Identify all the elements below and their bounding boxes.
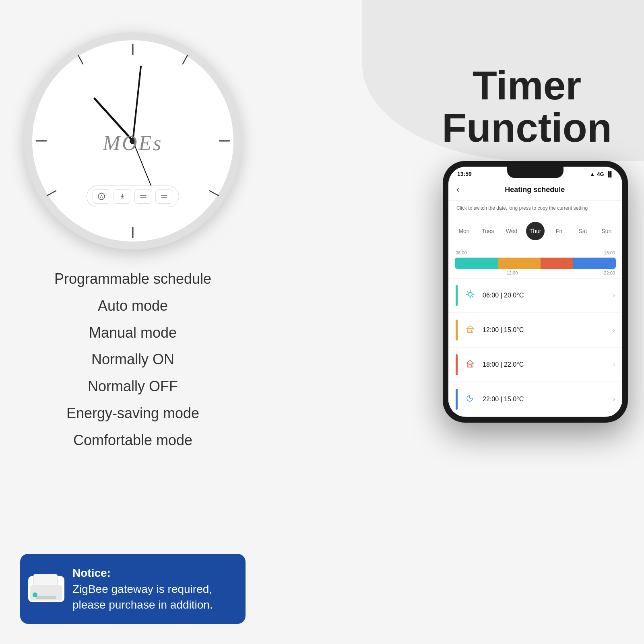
svg-rect-25 — [467, 328, 473, 332]
battery-icon: ▐▌ — [606, 171, 613, 177]
day-button-sun[interactable]: Sun — [597, 222, 616, 240]
time-label-start: 06:00 — [456, 250, 467, 255]
entry-color-bar — [456, 389, 458, 410]
entry-chevron-icon: › — [613, 292, 615, 299]
gateway-image — [28, 576, 64, 602]
day-button-thur[interactable]: Thur — [526, 222, 545, 240]
svg-line-23 — [467, 291, 468, 292]
entry-icon — [464, 394, 476, 405]
clock-mode-buttons: A — [87, 186, 179, 207]
status-time: 13:59 — [457, 171, 472, 177]
phone-notch — [507, 167, 564, 178]
status-bar-right: ▲ 4G ▐▌ — [590, 171, 613, 177]
svg-line-7 — [78, 55, 83, 64]
mode-btn-off[interactable] — [155, 189, 173, 204]
schedule-entries: 06:00 | 20.0°C›12:00 | 15.0°C›18:00 | 22… — [448, 279, 622, 416]
notice-title: Notice: — [72, 567, 111, 579]
entry-chevron-icon: › — [613, 361, 615, 368]
entry-chevron-icon: › — [613, 326, 615, 334]
entry-time-temp: 22:00 | 15.0°C — [483, 396, 607, 403]
notice-text: Notice: ZigBee gateway is required, plea… — [72, 565, 234, 613]
phone-screen: 13:59 ▲ 4G ▐▌ ‹ Heating schedule Click t… — [448, 167, 622, 417]
entry-icon — [464, 324, 476, 336]
svg-rect-26 — [469, 330, 471, 332]
schedule-entry[interactable]: 12:00 | 15.0°C› — [448, 313, 622, 347]
svg-point-18 — [468, 292, 472, 296]
timer-title-text: Timer Function — [442, 64, 612, 149]
time-labels-bottom: 12:00 22:00 — [455, 270, 616, 275]
svg-rect-28 — [469, 365, 471, 367]
mode-btn-auto[interactable]: A — [93, 189, 110, 204]
feature-item: Normally ON — [32, 346, 233, 373]
feature-list: Programmable scheduleAuto modeManual mod… — [32, 266, 233, 454]
phone-mockup: 13:59 ▲ 4G ▐▌ ‹ Heating schedule Click t… — [443, 161, 628, 423]
feature-item: Manual mode — [32, 320, 233, 347]
network-label: 4G — [597, 171, 604, 177]
entry-time-temp: 18:00 | 22.0°C — [483, 361, 607, 368]
app-header: ‹ Heating schedule — [448, 179, 622, 201]
bar-segment-orange — [498, 258, 541, 269]
notice-body: ZigBee gateway is required, please purch… — [72, 583, 213, 611]
phone-frame: 13:59 ▲ 4G ▐▌ ‹ Heating schedule Click t… — [443, 161, 628, 423]
app-title: Heating schedule — [465, 186, 605, 194]
feature-item: Energy-saving mode — [32, 400, 233, 427]
svg-line-24 — [472, 296, 473, 297]
day-selector: MonTuesWedThurFriSatSun — [448, 216, 622, 246]
mode-btn-manual[interactable] — [114, 189, 131, 204]
mode-btn-on[interactable] — [134, 189, 152, 204]
day-button-wed[interactable]: Wed — [502, 222, 521, 240]
time-label-end: 18:00 — [604, 250, 615, 255]
entry-icon — [464, 290, 476, 301]
svg-line-4 — [183, 55, 188, 64]
svg-line-5 — [210, 191, 219, 196]
feature-item: Comfortable mode — [32, 427, 233, 454]
day-button-sat[interactable]: Sat — [574, 222, 592, 240]
day-button-mon[interactable]: Mon — [455, 222, 473, 240]
schedule-bar-container: 06:00 18:00 12:00 22:00 — [448, 246, 622, 278]
svg-line-6 — [47, 191, 56, 196]
entry-time-temp: 06:00 | 20.0°C — [483, 292, 607, 299]
entry-chevron-icon: › — [613, 396, 615, 403]
svg-line-9 — [133, 66, 141, 141]
app-subtitle: Click to switch the date, long press to … — [448, 201, 622, 216]
entry-color-bar — [456, 354, 458, 375]
schedule-bar — [455, 258, 616, 269]
feature-item: Normally OFF — [32, 373, 233, 400]
schedule-entry[interactable]: 22:00 | 15.0°C› — [448, 382, 622, 416]
time-labels-top: 06:00 18:00 — [455, 250, 616, 255]
signal-icon: ▲ — [590, 171, 595, 177]
entry-time-temp: 12:00 | 15.0°C — [483, 326, 607, 334]
time-label-evening: 22:00 — [604, 270, 615, 275]
bar-segment-coral — [541, 258, 573, 269]
bar-segment-teal — [455, 258, 498, 269]
feature-item: Auto mode — [32, 293, 233, 320]
back-button[interactable]: ‹ — [456, 184, 459, 195]
svg-text:A: A — [100, 194, 103, 199]
entry-color-bar — [456, 285, 458, 306]
bar-segment-blue — [573, 258, 616, 269]
brand-text: MOEs — [103, 131, 163, 155]
feature-item: Programmable schedule — [32, 266, 233, 293]
timer-title: Timer Function — [442, 64, 612, 149]
page-root: MOEs A Timer Function Programmable sched… — [0, 0, 644, 644]
time-label-noon: 12:00 — [507, 270, 518, 275]
day-button-fri[interactable]: Fri — [550, 222, 568, 240]
schedule-entry[interactable]: 18:00 | 22.0°C› — [448, 348, 622, 382]
entry-icon — [464, 359, 476, 370]
svg-rect-27 — [467, 363, 473, 367]
clock-container: MOEs A — [24, 32, 242, 250]
schedule-entry[interactable]: 06:00 | 20.0°C› — [448, 279, 622, 312]
day-button-tues[interactable]: Tues — [479, 222, 497, 240]
notice-box: Notice: ZigBee gateway is required, plea… — [20, 554, 246, 624]
entry-color-bar — [456, 320, 458, 341]
